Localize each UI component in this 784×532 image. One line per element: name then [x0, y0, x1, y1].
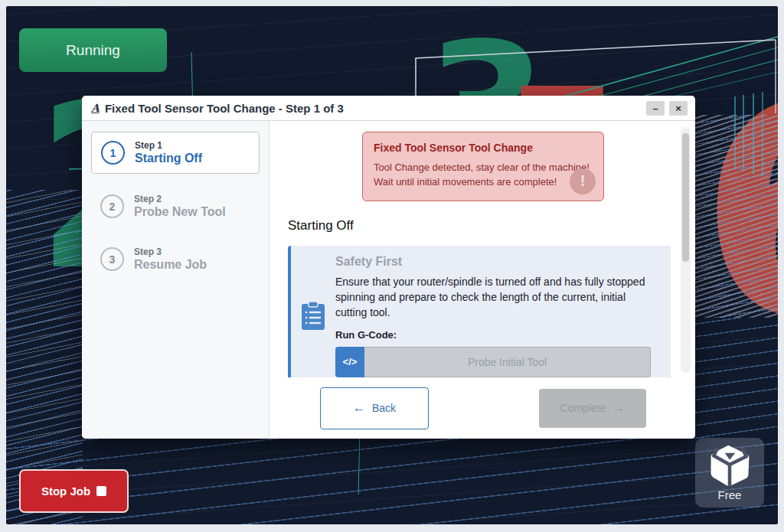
- step-item-starting-off[interactable]: 1 Step 1 Starting Off: [91, 132, 260, 174]
- job-status-running-button[interactable]: Running: [19, 28, 167, 72]
- complete-arrow-icon: →: [612, 401, 625, 415]
- step-1-circle: 1: [101, 141, 125, 165]
- wizard-steps-panel: 1 Step 1 Starting Off 2 Step 2 Probe New…: [82, 121, 270, 439]
- safety-card-title: Safety First: [335, 255, 651, 269]
- minimize-button[interactable]: –: [646, 101, 665, 116]
- visualizer-canvas[interactable]: 2 3 5 6 Running Stop Job: [6, 6, 778, 524]
- complete-button[interactable]: Complete →: [539, 389, 646, 428]
- view-cube-widget[interactable]: Free: [695, 438, 764, 508]
- view-cube-label: Free: [718, 488, 742, 501]
- step-3-circle: 3: [100, 247, 124, 271]
- wizard-footer: ← Back Complete →: [270, 377, 678, 439]
- step-2-circle: 2: [100, 194, 124, 218]
- tool-change-alert: Fixed Tool Sensor Tool Change Tool Chang…: [362, 132, 604, 201]
- content-scrollbar[interactable]: [681, 127, 691, 373]
- stop-job-label: Stop Job: [41, 485, 90, 498]
- probe-initial-tool-button[interactable]: </> Probe Initial Tool: [335, 347, 651, 377]
- gcode-button-label: Probe Initial Tool: [364, 347, 651, 377]
- back-button-label: Back: [372, 402, 396, 414]
- step-2-title: Probe New Tool: [134, 205, 226, 219]
- alert-line-1: Tool Change detected, stay clear of the …: [374, 161, 593, 175]
- toolchange-window-icon: A: [91, 102, 100, 114]
- code-icon: </>: [335, 347, 364, 377]
- step-1-title: Starting Off: [135, 152, 202, 165]
- scrollbar-thumb[interactable]: [682, 133, 689, 262]
- stop-square-icon: [96, 486, 106, 496]
- step-1-label: Step 1: [135, 140, 202, 151]
- exclamation-icon: !: [570, 168, 596, 194]
- wizard-scroll-area[interactable]: Fixed Tool Sensor Tool Change Tool Chang…: [270, 121, 678, 377]
- step-3-label: Step 3: [134, 246, 207, 257]
- modal-title: Fixed Tool Sensor Tool Change - Step 1 o…: [105, 102, 642, 115]
- wizard-content: Fixed Tool Sensor Tool Change Tool Chang…: [270, 121, 695, 439]
- step-item-probe-new-tool[interactable]: 2 Step 2 Probe New Tool: [91, 186, 260, 227]
- complete-button-label: Complete: [560, 402, 606, 414]
- alert-line-2: Wait until initial movements are complet…: [374, 175, 593, 190]
- view-cube-icon: [707, 443, 752, 488]
- step-2-label: Step 2: [134, 194, 226, 204]
- tool-change-modal: A Fixed Tool Sensor Tool Change - Step 1…: [82, 96, 695, 439]
- safety-first-card: Safety First Ensure that your router/spi…: [288, 246, 671, 377]
- stop-job-button[interactable]: Stop Job: [19, 469, 129, 513]
- run-gcode-label: Run G-Code:: [335, 329, 651, 341]
- back-button[interactable]: ← Back: [320, 387, 429, 429]
- clipboard-list-icon: [300, 301, 326, 331]
- step-item-resume-job[interactable]: 3 Step 3 Resume Job: [91, 239, 260, 279]
- alert-title: Fixed Tool Sensor Tool Change: [374, 142, 593, 154]
- back-arrow-icon: ←: [353, 401, 365, 415]
- section-heading: Starting Off: [288, 218, 678, 233]
- modal-titlebar[interactable]: A Fixed Tool Sensor Tool Change - Step 1…: [82, 96, 695, 121]
- close-button[interactable]: ×: [669, 101, 688, 116]
- step-3-title: Resume Job: [134, 258, 207, 272]
- safety-card-body: Ensure that your router/spindle is turne…: [335, 274, 651, 321]
